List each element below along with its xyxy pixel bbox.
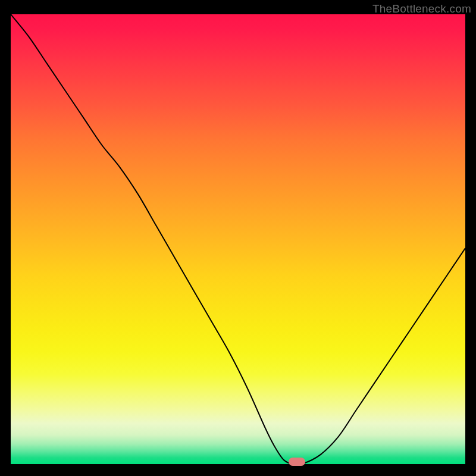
chart-frame: TheBottleneck.com	[0, 0, 476, 476]
watermark-text: TheBottleneck.com	[372, 2, 471, 15]
plot-area	[11, 14, 465, 464]
bottleneck-curve	[11, 14, 465, 464]
optimal-marker	[289, 458, 305, 466]
